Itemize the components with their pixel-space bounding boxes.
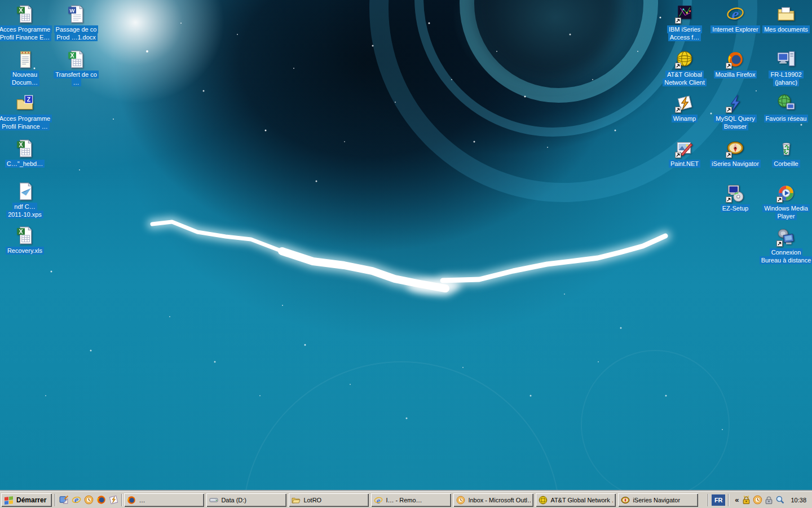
desktop-icon-fr-l19902[interactable]: FR-L19902(jahanc) [752,50,812,86]
language-indicator[interactable]: FR [712,494,725,506]
quicklaunch-winamp[interactable] [107,494,120,506]
ibm-iseries-access-icon [675,5,694,24]
label-line: ndf C… [12,203,37,211]
desktop-icon-transfert-de-co[interactable]: XTransfert de co… [42,50,110,86]
start-button[interactable]: Démarrer [1,493,52,507]
svg-text:W: W [70,7,75,14]
taskbar-button-outlook-inbox[interactable]: Inbox - Microsoft Outl… [453,493,533,507]
shortcut-arrow-icon [726,152,732,158]
quicklaunch-show-desktop[interactable] [58,494,70,506]
desktop-icon-connexion-bureau-a-distance[interactable]: ConnexionBureau à distance [752,227,812,264]
taskbar-button-label: Inbox - Microsoft Outl… [468,497,531,503]
desktop-icon-hebd-xls[interactable]: XC…"_hebd… [0,139,59,168]
taskbar-separator [55,494,56,506]
svg-text:e: e [74,495,78,505]
ez-setup-icon [726,183,745,203]
outlook-inbox-icon [456,496,465,505]
wallpaper-faint-circle2 [581,350,730,491]
taskbar-button-label: AT&T Global Network … [550,497,613,503]
taskbar-button-att-client[interactable]: AT&T Global Network … [536,493,616,507]
iseries-navigator-icon [621,496,630,505]
desktop-icon-favoris-reseau[interactable]: Favoris réseau [752,94,812,122]
tray-separator [708,494,709,506]
taskbar-button-label: … [139,497,145,503]
taskbar-button-firefox-window[interactable]: … [124,493,204,507]
label-line: Transfert de co [54,71,99,78]
label-line: Mes documents [762,25,810,33]
taskbar-button-data-d[interactable]: Data (D:) [206,493,286,507]
desktop-icon-corbeille[interactable]: Corbeille [752,139,812,168]
internet-explorer-icon: e [726,5,745,24]
shortcut-arrow-icon [776,196,783,203]
desktop-icon-label: ndf C…2011-10.xps [0,203,59,218]
desktop-icon-windows-media-player[interactable]: Windows MediaPlayer [752,183,812,220]
taskbar-button-label: Data (D:) [221,497,246,503]
tray-icon-att-lock[interactable] [742,495,751,505]
tray-icon-security-lock[interactable] [764,495,774,505]
taskbar-button-label: LotRO [303,497,321,503]
quicklaunch-firefox[interactable] [95,494,107,506]
taskbar-button-iseries-navigator[interactable]: iSeries Navigator [618,493,698,507]
desktop-icon-label: FR-L19902(jahanc) [752,71,812,86]
desktop-icon-label: C…"_hebd… [0,160,59,168]
desktop-icon-ndf-xps[interactable]: ndf C…2011-10.xps [0,182,59,218]
quicklaunch-internet-explorer[interactable]: e [70,494,82,506]
wallpaper-faint-circle [242,361,561,491]
label-line: Favoris réseau [764,115,809,122]
label-line: Browser [722,122,748,130]
desktop-wallpaper[interactable]: XAcces ProgrammeProfil Finance E…WPassag… [0,0,812,491]
data-d-icon [209,496,218,505]
wallpaper-lightning [135,209,688,305]
mozilla-firefox-icon [726,50,745,69]
att-global-network-client-icon [675,50,694,69]
corbeille-icon [776,139,796,158]
att-client-icon [539,496,548,505]
label-line: Player [775,212,796,220]
label-line: (jahanc) [773,78,799,86]
quicklaunch-outlook[interactable] [82,494,95,506]
tray-icon-magnifier[interactable] [775,495,785,505]
iseries-navigator-icon [726,139,745,158]
desktop-icon-label: Acces ProgrammeProfil Finance … [0,115,59,130]
desktop-icon-label: Passage de coProd …1.docx [42,25,110,41]
taskbar-button-label: I… - Remo… [386,497,422,503]
desktop-icon-label: Recovery.xls [0,247,59,255]
label-line: Winamp [672,115,698,122]
label-line: 2011-10.xps [6,211,43,218]
desktop-icon-mes-documents[interactable]: Mes documents [752,5,812,33]
winamp-icon [675,94,694,113]
tray-icon-outlook-reminder[interactable] [753,495,762,505]
label-line: EZ-Setup [721,204,750,212]
shortcut-arrow-icon [726,107,732,113]
tray-chevron-collapse[interactable]: « [734,496,740,504]
taskbar-button-lotro[interactable]: LotRO [289,493,369,507]
nouveau-document-icon [15,50,34,69]
taskbar-button-remote-window[interactable]: eI… - Remo… [371,493,451,507]
label-line: AT&T Global [665,71,704,78]
tray-clock[interactable]: 10:38 [788,497,812,503]
mysql-query-browser-icon [726,94,745,113]
label-line: Acces Programme [0,115,52,122]
shortcut-arrow-icon [776,240,783,247]
passage-de-co-docx-icon: W [67,5,86,24]
acces-programme-finance-icon: X [15,5,34,24]
label-line: Connexion [770,248,803,256]
shortcut-arrow-icon [726,63,732,69]
acces-programme-zip-icon: Z [15,94,34,113]
desktop-icon-recovery-xls[interactable]: XRecovery.xls [0,226,59,255]
windows-media-player-icon [776,183,796,203]
label-line: Nouveau [11,71,39,78]
system-tray: FR « 10:38 [706,492,812,508]
svg-text:Z: Z [27,96,31,103]
desktop-icon-label: ConnexionBureau à distance [752,248,812,264]
start-button-label: Démarrer [16,496,46,504]
label-line: IBM iSeries [667,25,702,33]
taskbar-separator2 [121,494,122,506]
desktop-icon-acces-programme-zip[interactable]: ZAcces ProgrammeProfil Finance … [0,94,59,130]
label-line: Paint.NET [669,160,700,168]
label-line: Corbeille [772,160,800,168]
remote-window-icon: e [374,496,383,505]
fr-l19902-icon [776,50,796,69]
desktop-icon-passage-de-co-docx[interactable]: WPassage de coProd …1.docx [42,5,110,41]
label-line: Access f… [668,33,701,41]
